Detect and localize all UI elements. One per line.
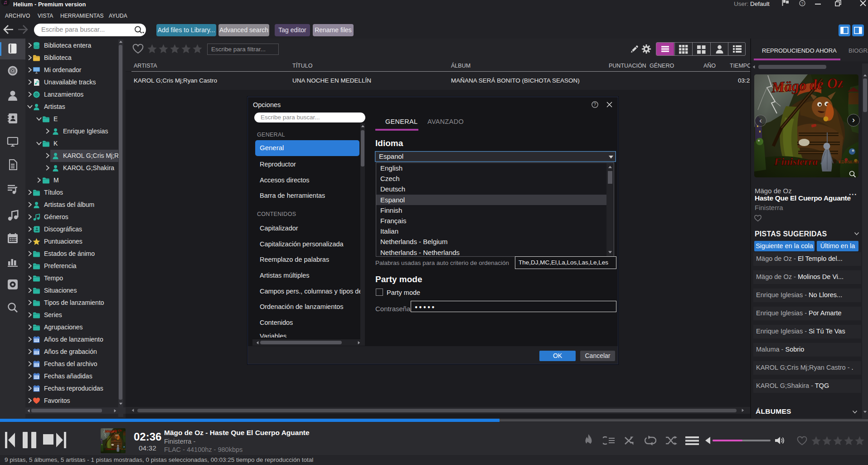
svg-text:♫: ♫ (3, 0, 7, 5)
svg-text:?: ? (594, 102, 596, 107)
svg-text:?: ? (801, 1, 803, 6)
